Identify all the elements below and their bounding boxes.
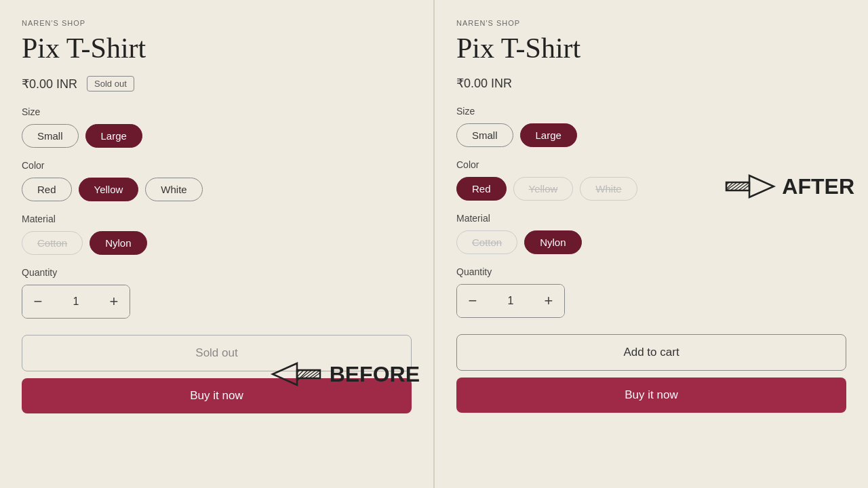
before-quantity-increase[interactable]: + xyxy=(98,285,130,318)
after-quantity-increase[interactable]: + xyxy=(533,285,564,317)
before-arrow-icon xyxy=(270,361,324,388)
svg-marker-9 xyxy=(749,176,774,197)
svg-rect-10 xyxy=(726,182,749,190)
before-panel: NAREN'S SHOP Pix T-Shirt ₹0.00 INR Sold … xyxy=(0,0,433,488)
before-quantity-value: 1 xyxy=(54,296,98,308)
after-product-title: Pix T-Shirt xyxy=(456,33,846,64)
after-panel: NAREN'S SHOP Pix T-Shirt ₹0.00 INR Size … xyxy=(435,0,868,488)
before-quantity-decrease[interactable]: − xyxy=(22,285,54,318)
after-color-label: Color xyxy=(456,159,846,170)
before-quantity-label: Quantity xyxy=(22,267,412,278)
before-color-yellow[interactable]: Yellow xyxy=(79,178,139,201)
before-price: ₹0.00 INR xyxy=(22,77,77,92)
after-material-cotton: Cotton xyxy=(456,230,517,254)
before-sold-out-badge: Sold out xyxy=(87,76,134,92)
before-color-options: Red Yellow White xyxy=(22,178,412,201)
after-buy-now-button[interactable]: Buy it now xyxy=(456,378,846,413)
before-product-title: Pix T-Shirt xyxy=(22,33,412,64)
before-material-nylon[interactable]: Nylon xyxy=(90,231,146,255)
before-color-red[interactable]: Red xyxy=(22,178,72,201)
before-material-cotton: Cotton xyxy=(22,231,83,255)
before-annotation-text: BEFORE xyxy=(330,362,420,387)
before-size-large[interactable]: Large xyxy=(85,124,142,148)
after-material-label: Material xyxy=(456,213,846,224)
after-quantity-decrease[interactable]: − xyxy=(457,285,488,317)
after-arrow-icon xyxy=(722,173,776,200)
after-annotation-text: AFTER xyxy=(782,174,854,199)
before-size-options: Small Large xyxy=(22,124,412,148)
before-annotation: BEFORE xyxy=(270,361,420,388)
after-size-small[interactable]: Small xyxy=(456,123,513,147)
after-quantity-value: 1 xyxy=(488,295,533,307)
after-color-yellow: Yellow xyxy=(513,177,574,201)
after-color-red[interactable]: Red xyxy=(456,177,507,201)
before-color-white[interactable]: White xyxy=(145,178,202,201)
after-add-to-cart-button[interactable]: Add to cart xyxy=(456,334,846,371)
before-material-options: Cotton Nylon xyxy=(22,231,412,255)
after-quantity-label: Quantity xyxy=(456,266,846,277)
after-quantity-control: − 1 + xyxy=(456,284,565,318)
svg-marker-0 xyxy=(273,363,297,385)
before-quantity-control: − 1 + xyxy=(22,285,130,319)
after-size-large[interactable]: Large xyxy=(520,123,577,147)
after-price: ₹0.00 INR xyxy=(456,76,512,91)
after-size-label: Size xyxy=(456,106,846,117)
after-material-options: Cotton Nylon xyxy=(456,230,846,254)
before-material-label: Material xyxy=(22,214,412,224)
after-annotation: AFTER xyxy=(722,173,854,200)
before-size-small[interactable]: Small xyxy=(22,124,79,148)
after-material-nylon[interactable]: Nylon xyxy=(524,230,581,254)
after-size-options: Small Large xyxy=(456,123,846,147)
before-color-label: Color xyxy=(22,160,412,171)
svg-line-3 xyxy=(297,370,304,377)
after-color-white: White xyxy=(580,177,637,201)
before-shop-name: NAREN'S SHOP xyxy=(22,19,412,27)
after-shop-name: NAREN'S SHOP xyxy=(456,19,846,27)
before-size-label: Size xyxy=(22,106,412,117)
